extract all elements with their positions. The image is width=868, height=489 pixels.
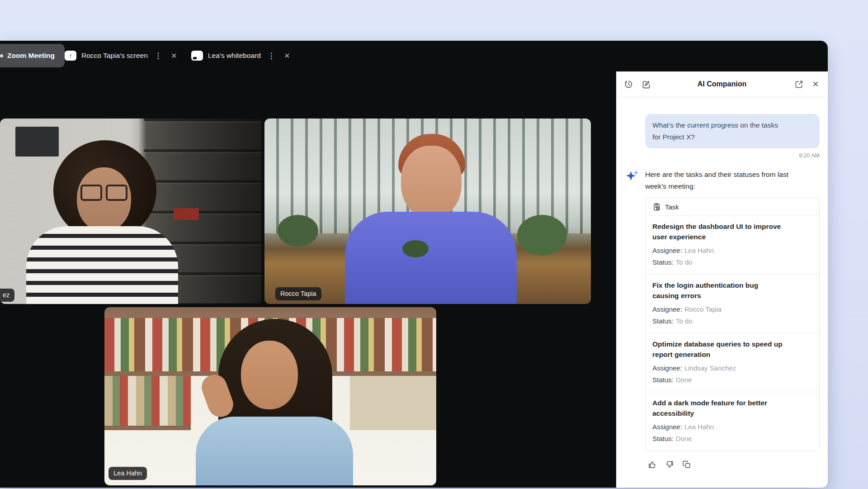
user-message-bubble: What’s the current progress on the tasks…	[645, 114, 820, 148]
rocco-tapia-name-badge: Rocco Tapia	[275, 287, 321, 300]
message-timestamp: 9:20 AM	[645, 152, 820, 159]
task-title: Fix the login authentication bug causing…	[652, 280, 784, 301]
desktop-background: Zoom Meeting ↑ Rocco Tapia’s screen ⋮ ✕ …	[0, 0, 868, 489]
task-row: Add a dark mode feature for better acces…	[646, 392, 819, 451]
lea-face-decor	[241, 341, 298, 409]
pop-out-icon[interactable]	[793, 79, 804, 90]
video-tile-rocco-tapia[interactable]: Rocco Tapia	[264, 119, 591, 304]
participant-1-name-badge: ez	[0, 289, 14, 302]
task-row: Optimize database queries to speed up re…	[646, 333, 819, 392]
task-assignee: Assignee:Rocco Tapia	[652, 304, 812, 315]
tab-lea-whiteboard[interactable]: Lea’s whiteboard ⋮ ✕	[191, 41, 292, 71]
thumbs-up-icon[interactable]	[647, 460, 657, 470]
tab-lea-close-icon[interactable]: ✕	[282, 50, 292, 62]
header-left-actions	[623, 79, 651, 90]
tab-rocco-menu-icon[interactable]: ⋮	[153, 50, 164, 62]
history-icon[interactable]	[623, 79, 634, 90]
rocco-tapia-video	[264, 119, 591, 304]
ai-companion-header: AI Companion ✕	[616, 71, 828, 97]
lea-hahn-name-badge: Lea Hahn	[108, 467, 147, 480]
user-message-text: What’s the current progress on the tasks…	[652, 119, 788, 143]
participant-1-video	[0, 119, 261, 304]
tab-lea-whiteboard-label: Lea’s whiteboard	[208, 52, 261, 60]
ai-companion-panel: AI Companion ✕ What’s the current progre…	[616, 71, 828, 488]
tab-rocco-close-icon[interactable]: ✕	[169, 50, 179, 62]
task-title: Redesign the dashboard UI to improve use…	[652, 221, 784, 242]
copy-icon[interactable]	[682, 460, 692, 470]
tab-rocco-screen[interactable]: ↑ Rocco Tapia’s screen ⋮ ✕	[65, 41, 179, 71]
participant-1-body-decor	[26, 226, 178, 304]
tab-lea-menu-icon[interactable]: ⋮	[266, 50, 277, 62]
task-row: Redesign the dashboard UI to improve use…	[646, 216, 819, 275]
share-screen-icon: ↑	[65, 51, 76, 61]
task-status: Status:Done	[652, 374, 812, 386]
lea-body-decor	[196, 417, 353, 485]
assistant-intro-text: Here are the tasks and their statuses fr…	[645, 169, 789, 192]
panel-close-icon[interactable]: ✕	[810, 79, 821, 90]
participant-1-face-decor	[77, 167, 131, 232]
task-card: Task Redesign the dashboard UI to improv…	[645, 198, 820, 451]
task-status: Status:Done	[652, 433, 812, 445]
task-assignee: Assignee:Lea Hahn	[652, 245, 812, 256]
active-meeting-dot-icon	[0, 54, 3, 57]
task-title: Optimize database queries to speed up re…	[652, 339, 784, 360]
video-tile-lea-hahn[interactable]: Lea Hahn	[104, 307, 436, 485]
task-status: Status:To do	[652, 315, 812, 327]
tab-zoom-meeting-label: Zoom Meeting	[7, 52, 55, 60]
new-chat-compose-icon[interactable]	[641, 79, 651, 90]
video-tile-participant-1[interactable]: ez	[0, 119, 261, 304]
task-card-title: Task	[665, 203, 679, 211]
tab-rocco-screen-label: Rocco Tapia’s screen	[81, 52, 148, 60]
thumbs-down-icon[interactable]	[665, 460, 675, 470]
chat-area: What’s the current progress on the tasks…	[616, 97, 828, 470]
task-assignee: Assignee:Lindsay Sanchez	[652, 362, 812, 374]
zoom-meeting-window: Zoom Meeting ↑ Rocco Tapia’s screen ⋮ ✕ …	[0, 41, 828, 488]
header-right-actions: ✕	[793, 79, 821, 90]
task-card-header: Task	[646, 198, 819, 216]
rocco-body-decor	[345, 212, 517, 304]
task-title: Add a dark mode feature for better acces…	[652, 398, 784, 418]
whiteboard-icon	[191, 51, 203, 61]
task-assignee: Assignee:Lea Hahn	[652, 421, 812, 433]
task-status: Status:To do	[652, 256, 812, 268]
task-row: Fix the login authentication bug causing…	[646, 275, 819, 333]
lea-hahn-video	[104, 307, 436, 485]
rocco-face-decor	[401, 146, 462, 218]
tab-zoom-meeting[interactable]: Zoom Meeting	[0, 44, 65, 67]
assistant-message: Here are the tasks and their statuses fr…	[645, 169, 820, 470]
task-clipboard-icon	[652, 203, 661, 211]
ai-companion-sparkle-icon	[625, 169, 639, 183]
feedback-actions	[645, 451, 820, 470]
tab-bar: Zoom Meeting ↑ Rocco Tapia’s screen ⋮ ✕ …	[0, 41, 828, 71]
